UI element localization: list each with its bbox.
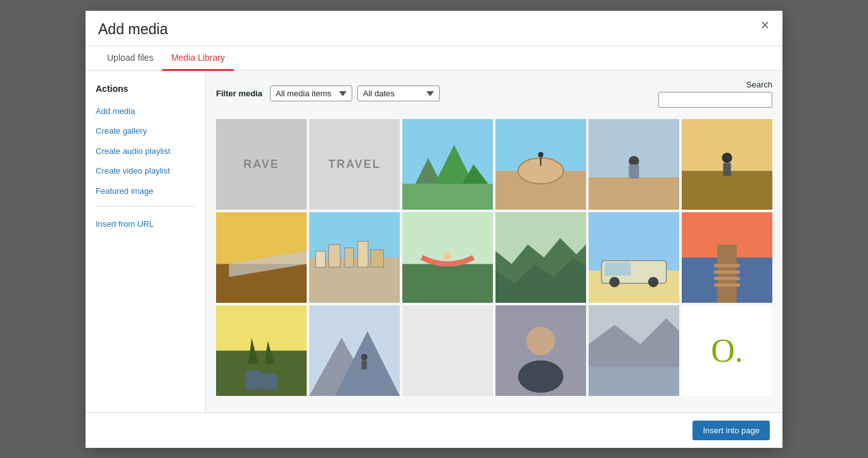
media-item[interactable] <box>309 212 400 303</box>
sidebar: Actions Add media Create gallery Create … <box>86 71 206 412</box>
modal-footer: Insert into page <box>86 412 782 448</box>
placeholder-text: TRAVEL <box>328 158 381 171</box>
sidebar-item-create-gallery[interactable]: Create gallery <box>86 121 205 141</box>
search-label: Search <box>746 80 772 89</box>
media-grid: RAVE TRAVEL <box>206 114 782 412</box>
media-item[interactable]: O. <box>682 305 772 396</box>
sidebar-section-title: Actions <box>86 81 205 101</box>
o-logo-text: O. <box>711 332 743 369</box>
scene-icon <box>589 119 679 210</box>
insert-into-page-button[interactable]: Insert into page <box>692 421 770 440</box>
scene-icon <box>309 212 400 303</box>
placeholder-text: RAVE <box>243 158 279 171</box>
svg-rect-38 <box>605 262 631 275</box>
media-item[interactable] <box>589 119 679 210</box>
svg-rect-26 <box>345 248 354 267</box>
svg-rect-45 <box>714 270 740 273</box>
filter-bar: Filter media All media items Images Audi… <box>206 71 782 114</box>
scene-icon <box>495 305 586 396</box>
svg-rect-58 <box>362 360 367 369</box>
tab-upload[interactable]: Upload files <box>98 46 162 71</box>
media-item[interactable] <box>495 305 586 396</box>
modal-overlay: Add media ✕ Upload files Media Library A… <box>0 0 868 458</box>
svg-rect-47 <box>714 283 740 286</box>
media-item[interactable] <box>495 119 586 210</box>
svg-rect-64 <box>589 367 679 396</box>
media-item[interactable] <box>589 305 679 396</box>
scene-icon <box>495 119 586 210</box>
media-item[interactable] <box>402 212 493 303</box>
media-item[interactable] <box>216 305 307 396</box>
content-area: Filter media All media items Images Audi… <box>206 71 782 412</box>
svg-rect-11 <box>589 177 679 209</box>
logo-container: O. <box>682 305 772 396</box>
svg-rect-4 <box>402 184 493 210</box>
scene-icon <box>309 305 400 396</box>
svg-rect-18 <box>723 163 731 175</box>
svg-rect-30 <box>402 264 493 302</box>
svg-rect-16 <box>682 170 772 209</box>
scene-icon <box>682 119 772 210</box>
scene-icon <box>682 212 772 303</box>
scene-icon <box>216 305 307 396</box>
close-button[interactable]: ✕ <box>758 20 772 31</box>
media-item[interactable] <box>495 212 586 303</box>
media-item[interactable] <box>682 119 772 210</box>
svg-point-60 <box>527 326 555 355</box>
svg-rect-25 <box>329 245 340 267</box>
media-item[interactable]: RAVE <box>216 119 307 210</box>
scene-icon <box>216 212 307 303</box>
add-media-modal: Add media ✕ Upload files Media Library A… <box>86 11 782 448</box>
media-type-filter[interactable]: All media items Images Audio Video <box>270 86 352 101</box>
search-input[interactable] <box>658 92 772 108</box>
search-area: Search <box>658 80 772 108</box>
svg-point-8 <box>538 152 543 157</box>
date-filter[interactable]: All dates 2024 2023 2022 <box>357 86 440 101</box>
svg-rect-46 <box>714 277 740 280</box>
svg-point-40 <box>648 277 658 287</box>
sidebar-item-create-audio-playlist[interactable]: Create audio playlist <box>86 141 205 162</box>
tab-bar: Upload files Media Library <box>86 46 782 71</box>
scene-icon <box>495 212 586 303</box>
sidebar-item-insert-from-url[interactable]: Insert from URL <box>86 214 205 234</box>
svg-point-31 <box>444 252 451 260</box>
svg-point-39 <box>610 277 620 287</box>
sidebar-item-add-media[interactable]: Add media <box>86 101 205 122</box>
svg-rect-28 <box>371 250 383 267</box>
svg-rect-52 <box>245 370 262 390</box>
modal-title: Add media <box>98 21 168 46</box>
sidebar-item-featured-image[interactable]: Featured image <box>86 181 205 201</box>
svg-point-17 <box>722 153 732 163</box>
svg-rect-44 <box>714 264 740 267</box>
scene-icon <box>402 212 493 303</box>
media-item[interactable] <box>589 212 679 303</box>
sidebar-divider <box>96 206 195 207</box>
svg-rect-14 <box>629 164 639 178</box>
svg-rect-24 <box>316 251 325 267</box>
modal-body: Actions Add media Create gallery Create … <box>86 71 782 412</box>
svg-rect-53 <box>262 373 278 390</box>
scene-icon <box>589 212 679 303</box>
media-item[interactable]: TRAVEL <box>309 119 400 210</box>
scene-icon <box>402 119 493 210</box>
scene-icon <box>589 305 679 396</box>
media-item[interactable] <box>309 305 400 396</box>
svg-point-57 <box>361 353 367 360</box>
media-item[interactable] <box>216 212 307 303</box>
filter-label: Filter media <box>216 89 262 98</box>
media-item[interactable] <box>402 119 493 210</box>
tab-media-library[interactable]: Media Library <box>162 46 234 71</box>
svg-point-61 <box>518 360 564 392</box>
svg-rect-27 <box>358 241 368 267</box>
media-item[interactable] <box>402 305 493 396</box>
media-item[interactable] <box>682 212 772 303</box>
sidebar-item-create-video-playlist[interactable]: Create video playlist <box>86 161 205 181</box>
modal-header: Add media ✕ <box>86 11 782 46</box>
